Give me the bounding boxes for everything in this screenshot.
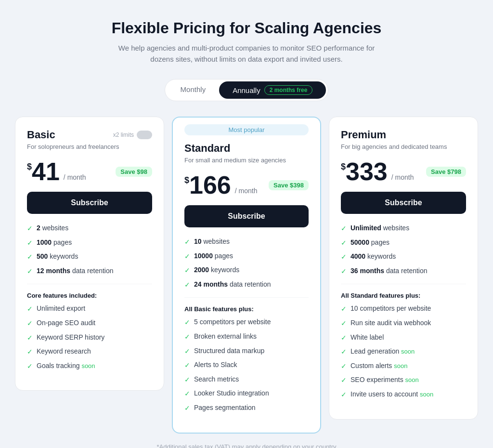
standard-price-amount: $ 166 (184, 172, 231, 198)
standard-highlights: ✓10 websites ✓10000 pages ✓2000 keywords… (184, 237, 309, 290)
check-icon: ✓ (184, 280, 190, 290)
basic-price-row: $ 41 / month Save $98 (27, 159, 152, 184)
premium-highlights: ✓Unlimited websites ✓50000 pages ✓4000 k… (341, 224, 466, 276)
x2-limits: x2 limits (113, 131, 152, 139)
check-icon: ✓ (184, 332, 190, 342)
x2-toggle[interactable] (137, 131, 152, 139)
list-item: ✓Alerts to Slack (184, 360, 309, 370)
annually-option[interactable]: Annually 2 months free (219, 81, 326, 99)
standard-per-month: / month (235, 187, 258, 195)
premium-price-amount: $ 333 (341, 159, 388, 184)
premium-currency: $ (341, 162, 346, 172)
list-item: ✓36 months data retention (341, 266, 466, 277)
list-item: ✓10 websites (184, 237, 309, 247)
list-item: ✓4000 keywords (341, 252, 466, 262)
monthly-option[interactable]: Monthly (167, 81, 220, 99)
check-icon: ✓ (341, 252, 347, 262)
billing-toggle-wrapper[interactable]: Monthly Annually 2 months free (165, 79, 329, 101)
check-icon: ✓ (27, 267, 33, 277)
list-item: ✓Run site audit via webhook (341, 318, 466, 329)
check-icon: ✓ (27, 224, 33, 234)
standard-plan-header: Standard (184, 142, 309, 155)
list-item: ✓SEO experiments soon (341, 375, 466, 385)
list-item: ✓10000 pages (184, 251, 309, 262)
premium-subscribe-button[interactable]: Subscribe (341, 192, 466, 214)
list-item: ✓Pages segmentation (184, 403, 309, 413)
list-item: ✓Unlimited websites (341, 224, 466, 234)
soon-badge: soon (81, 362, 95, 369)
check-icon: ✓ (27, 362, 33, 371)
check-icon: ✓ (184, 389, 190, 399)
most-popular-badge: Most popular (184, 124, 309, 135)
list-item: ✓Lead generation soon (341, 347, 466, 357)
check-icon: ✓ (341, 304, 347, 314)
soon-badge: soon (401, 348, 415, 355)
check-icon: ✓ (184, 361, 190, 370)
basic-plan-subtitle: For solopreneurs and freelancers (27, 143, 152, 150)
check-icon: ✓ (184, 347, 190, 356)
standard-plan-subtitle: For small and medium size agencies (184, 157, 309, 164)
check-icon: ✓ (184, 375, 190, 385)
check-icon: ✓ (184, 266, 190, 276)
basic-plan-card: Basic x2 limits For solopreneurs and fre… (15, 117, 164, 391)
basic-subscribe-button[interactable]: Subscribe (27, 192, 152, 214)
page-subtitle: We help agencies and multi-product compa… (112, 43, 381, 65)
pricing-cards: Basic x2 limits For solopreneurs and fre… (10, 117, 483, 434)
premium-plan-name: Premium (341, 129, 386, 141)
free-badge: 2 months free (264, 85, 313, 95)
standard-plan-name: Standard (184, 142, 230, 155)
premium-per-month: / month (391, 173, 414, 181)
billing-toggle: Monthly Annually 2 months free (10, 79, 483, 101)
header: Flexible Pricing for Scaling Agencies We… (10, 19, 483, 65)
list-item: ✓Custom alerts soon (341, 361, 466, 371)
list-item: ✓Broken external links (184, 332, 309, 342)
divider (184, 297, 309, 298)
basic-per-month: / month (64, 173, 86, 181)
standard-price-row: $ 166 / month Save $398 (184, 172, 309, 198)
check-icon: ✓ (27, 238, 33, 248)
list-item: ✓Keyword research (27, 347, 152, 357)
soon-badge: soon (394, 362, 407, 369)
page-wrapper: Flexible Pricing for Scaling Agencies We… (10, 19, 483, 448)
list-item: ✓5 competitors per website (184, 317, 309, 328)
premium-plan-card: Premium For big agencies and dedicated t… (329, 117, 478, 420)
check-icon: ✓ (341, 376, 347, 385)
check-icon: ✓ (341, 333, 347, 343)
check-icon: ✓ (27, 333, 33, 343)
list-item: ✓50000 pages (341, 238, 466, 248)
list-item: ✓500 keywords (27, 252, 152, 262)
divider (341, 284, 466, 284)
list-item: ✓12 months data retention (27, 266, 152, 277)
footer-note: *Additional sales tax (VAT) may apply de… (10, 443, 483, 448)
basic-highlights: ✓2 websites ✓1000 pages ✓500 keywords ✓1… (27, 224, 152, 276)
premium-save-badge: Save $798 (426, 167, 466, 177)
list-item: ✓Search metrics (184, 375, 309, 385)
standard-subscribe-button[interactable]: Subscribe (184, 205, 309, 227)
check-icon: ✓ (27, 304, 33, 314)
list-item: ✓2000 keywords (184, 265, 309, 276)
soon-badge: soon (405, 376, 419, 383)
premium-plan-header: Premium (341, 129, 466, 141)
list-item: ✓Structured data markup (184, 346, 309, 356)
soon-badge: soon (420, 391, 433, 398)
basic-save-badge: Save $98 (116, 167, 152, 177)
check-icon: ✓ (341, 362, 347, 371)
check-icon: ✓ (27, 252, 33, 262)
basic-currency: $ (27, 162, 32, 172)
basic-features: ✓Unlimited export ✓On-page SEO audit ✓Ke… (27, 304, 152, 371)
list-item: ✓24 months data retention (184, 280, 309, 290)
premium-features: ✓10 competitors per website ✓Run site au… (341, 304, 466, 399)
check-icon: ✓ (184, 318, 190, 328)
list-item: ✓Looker Studio integration (184, 389, 309, 399)
check-icon: ✓ (341, 238, 347, 248)
premium-plan-subtitle: For big agencies and dedicated teams (341, 143, 466, 150)
list-item: ✓Unlimited export (27, 304, 152, 314)
premium-price-row: $ 333 / month Save $798 (341, 159, 466, 184)
list-item: ✓On-page SEO audit (27, 318, 152, 329)
check-icon: ✓ (341, 347, 347, 357)
list-item: ✓White label (341, 333, 466, 343)
check-icon: ✓ (341, 267, 347, 277)
standard-section-label: All Basic features plus: (184, 305, 309, 313)
check-icon: ✓ (184, 252, 190, 262)
basic-plan-name: Basic (27, 129, 55, 141)
